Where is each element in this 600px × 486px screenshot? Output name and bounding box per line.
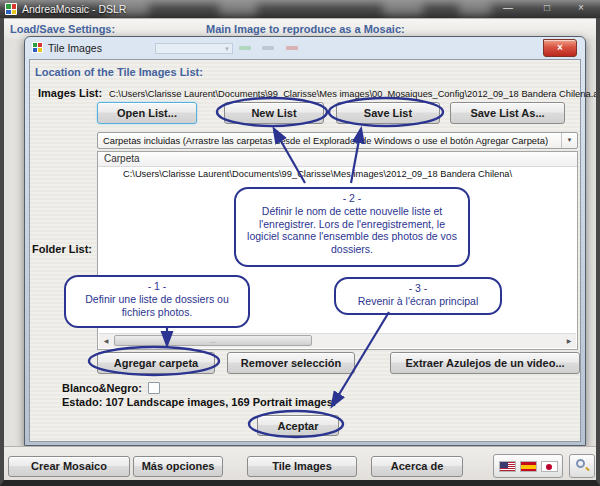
callout-step-1: - 1 - Definir une liste de dossiers ou f… [64,275,250,328]
maximize-button[interactable]: □ [536,1,558,15]
minimize-button[interactable]: — [497,1,519,15]
japan-flag-icon [541,461,558,472]
agregar-carpeta-button[interactable]: Agregar carpeta [97,352,215,374]
titlebar-glare [458,2,492,15]
images-list-path: C:\Users\Clarisse Laurent\Documents\99_C… [109,89,600,99]
load-save-settings-label: Load/Save Settings: [10,23,115,35]
titlebar-ghost-artifact [286,46,298,50]
callout-step-2: - 2 - Définir le nom de cette nouvelle l… [234,187,470,267]
folder-list-label: Folder List: [30,243,92,255]
titlebar-glare [218,2,258,15]
scroll-left-icon[interactable]: ◀ [100,335,112,347]
blanco-negro-label: Blanco&Negro: [30,382,142,394]
magnifier-icon [576,459,585,468]
titlebar-ghost-artifact [262,46,274,50]
crear-mosaico-button[interactable]: Crear Mosaico [8,456,130,477]
scrollbar-thumb[interactable]: ⋯ [114,335,312,346]
callout-text: Revenir à l'écran principal [358,295,478,307]
window-title: AndreaMosaic - DSLR [22,3,126,15]
blanco-negro-checkbox[interactable] [148,382,160,394]
horizontal-scrollbar[interactable]: ◀ ⋯ ▶ [99,333,576,348]
spain-flag-icon [520,461,537,472]
new-list-button[interactable]: New List [224,102,324,124]
scroll-right-icon[interactable]: ▶ [563,335,575,347]
dialog-title: Tile Images [48,42,102,54]
callout-step-number: - 1 - [72,280,242,293]
titlebar-ghost-artifact: ▼ [155,43,233,54]
dialog-client-area: Location of the Tile Images List: Images… [29,59,581,442]
aceptar-button[interactable]: Aceptar [257,415,339,436]
titlebar-glare [382,2,424,15]
callout-step-number: - 3 - [342,282,494,295]
language-selector-button[interactable] [493,454,563,478]
dialog-mosaic-icon [32,42,43,53]
save-list-button[interactable]: Save List [336,102,440,124]
main-titlebar: AndreaMosaic - DSLR — □ × [0,0,600,18]
extraer-azulejos-button[interactable]: Extraer Azulejos de un video... [390,352,580,374]
main-image-label: Main Image to reproduce as a Mosaic: [206,23,405,35]
andreamosaic-window: AndreaMosaic - DSLR — □ × Load/Save Sett… [0,0,600,486]
dialog-titlebar[interactable]: Tile Images ▼ × [25,37,585,59]
bottom-toolbar: Crear Mosaico Más opciones Tile Images A… [0,446,600,481]
andreamosaic-app-icon [5,3,17,15]
remover-seleccion-button[interactable]: Remover selección [227,352,355,374]
dialog-close-button[interactable]: × [543,39,577,57]
close-button[interactable]: × [570,1,592,15]
location-heading: Location of the Tile Images List: [35,66,203,78]
images-list-label: Images List: [38,87,102,99]
chevron-down-icon[interactable]: ▼ [561,133,577,148]
callout-text: Definir une liste de dossiers ou fichier… [85,293,229,318]
dropdown-value: Carpetas incluidas (Arrastre las carpeta… [103,135,559,146]
callout-step-3: - 3 - Revenir à l'écran principal [334,277,502,315]
us-flag-icon [499,461,516,472]
scrollbar-grip-icon: ⋯ [210,338,217,345]
status-text: Estado: 107 Landscape images, 169 Portra… [62,396,336,408]
titlebar-ghost-artifact [239,46,251,50]
included-folders-dropdown[interactable]: Carpetas incluidas (Arrastre las carpeta… [97,132,578,149]
acerca-de-button[interactable]: Acerca de [371,456,463,477]
save-list-as-button[interactable]: Save List As... [450,102,565,124]
folder-list-item[interactable]: C:\Users\Clarisse Laurent\Documents\99_C… [98,169,577,182]
tile-images-dialog: Tile Images ▼ × Location of the Tile Ima… [24,36,586,446]
folder-column-header[interactable]: Carpeta [98,152,577,167]
tile-images-button[interactable]: Tile Images [247,456,357,477]
callout-text: Définir le nom de cette nouvelle liste e… [247,205,457,255]
mas-opciones-button[interactable]: Más opciones [133,456,223,477]
magnifier-button[interactable] [569,454,595,478]
open-list-button[interactable]: Open List... [97,102,197,124]
callout-step-number: - 2 - [242,192,462,205]
